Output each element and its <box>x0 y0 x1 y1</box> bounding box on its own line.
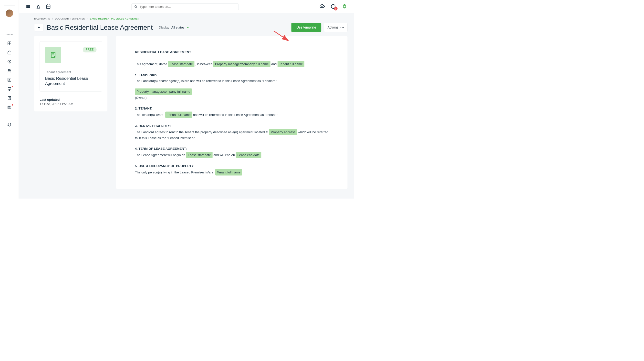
divider <box>4 5 15 5</box>
sec4-heading: 4. TERM OF LEASE AGREEMENT: <box>135 146 329 151</box>
template-subtitle: Tenant agreement <box>45 70 97 74</box>
free-badge: FREE <box>83 47 96 52</box>
svg-point-4 <box>8 69 10 71</box>
display-selector[interactable]: Display All states <box>159 26 189 29</box>
actions-button[interactable]: Actions <box>324 23 348 32</box>
breadcrumb-dashboard[interactable]: DASHBOARD <box>34 17 50 20</box>
calendar-button[interactable] <box>46 4 51 9</box>
arrow-left-icon <box>37 26 40 29</box>
sign-icon <box>7 87 12 91</box>
doc-title: RESIDENTIAL LEASE AGREEMENT <box>135 49 329 55</box>
placeholder-lease-start-2[interactable]: Lease start date <box>186 152 213 158</box>
svg-rect-22 <box>8 125 8 126</box>
alarm-icon <box>36 4 41 9</box>
main-area: 3 DASHBOARD / DOCUMENT TEMPLATES / BASIC… <box>19 0 354 199</box>
topbar: 3 <box>19 0 354 13</box>
header-actions: Use template Actions <box>291 23 348 32</box>
search-icon <box>134 5 138 8</box>
topbar-left <box>26 4 51 9</box>
breadcrumb-templates[interactable]: DOCUMENT TEMPLATES <box>55 17 85 20</box>
actions-label: Actions <box>327 26 338 29</box>
search-box[interactable] <box>131 3 239 10</box>
page-title: Basic Residential Lease Agreement <box>47 24 152 31</box>
notification-dot <box>12 86 13 88</box>
svg-point-5 <box>10 70 11 71</box>
placeholder-tenant-name-3[interactable]: Tenant full name <box>215 169 242 176</box>
chart-icon <box>7 77 12 82</box>
download-button[interactable] <box>319 3 325 10</box>
gear-icon <box>342 3 348 9</box>
svg-point-36 <box>344 5 345 7</box>
sec2-heading: 2. TENANT: <box>135 106 329 111</box>
sidebar-item-analytics[interactable] <box>0 75 18 84</box>
divider <box>4 21 15 21</box>
doc-intro: This agreement, dated Lease start date ,… <box>135 61 329 67</box>
breadcrumb: DASHBOARD / DOCUMENT TEMPLATES / BASIC R… <box>34 13 348 23</box>
document-icon <box>50 51 57 58</box>
divider <box>4 116 15 116</box>
alarm-button[interactable] <box>36 4 41 9</box>
people-icon <box>7 68 12 73</box>
content-area: DASHBOARD / DOCUMENT TEMPLATES / BASIC R… <box>19 13 354 199</box>
menu-icon <box>26 4 31 9</box>
search-input[interactable] <box>140 5 236 8</box>
sec1-owner: (Owner) <box>135 95 329 100</box>
sidebar-item-finance[interactable] <box>0 57 18 66</box>
placeholder-tenant-name-2[interactable]: Tenant full name <box>165 111 192 118</box>
home-icon <box>7 50 12 55</box>
breadcrumb-current: BASIC RESIDENTIAL LEASE AGREEMENT <box>90 17 141 20</box>
notification-dot <box>12 104 13 106</box>
display-label: Display <box>159 26 169 29</box>
menu-toggle-button[interactable] <box>26 4 31 9</box>
svg-point-33 <box>135 5 137 7</box>
svg-line-34 <box>136 7 137 8</box>
svg-rect-29 <box>47 5 50 8</box>
calendar-icon <box>46 4 51 9</box>
chevron-down-icon <box>186 26 190 29</box>
sec1-heading: 1. LANDLORD: <box>135 72 329 78</box>
template-title: Basic Residential Lease Agreement <box>45 76 97 86</box>
news-icon <box>7 105 12 109</box>
placeholder-property-manager[interactable]: Property manager/company full name <box>213 61 270 67</box>
template-card-panel: FREE Tenant agreement Basic Residential … <box>34 36 108 111</box>
content-body: FREE Tenant agreement Basic Residential … <box>34 36 348 189</box>
sidebar-item-home[interactable] <box>0 48 18 57</box>
sidebar-item-news[interactable] <box>0 103 18 112</box>
use-template-button[interactable]: Use template <box>291 23 321 32</box>
avatar[interactable] <box>6 9 13 17</box>
topbar-right: 3 <box>319 3 348 10</box>
placeholder-tenant-name[interactable]: Tenant full name <box>278 61 304 67</box>
headset-icon <box>7 122 12 127</box>
sec1-text: The Landlord(s) and/or agent(s) is/are a… <box>135 78 329 84</box>
sidebar-item-dashboard[interactable] <box>0 39 18 48</box>
sidebar-item-documents[interactable] <box>0 93 18 102</box>
svg-rect-10 <box>8 88 11 89</box>
page-header: Basic Residential Lease Agreement Displa… <box>34 23 348 32</box>
sidebar: MENU <box>0 0 19 199</box>
sidebar-menu-label: MENU <box>6 33 13 36</box>
svg-rect-23 <box>10 125 11 126</box>
last-updated-value: 17 Dec, 2017 11:51 AM <box>40 102 102 106</box>
breadcrumb-sep: / <box>87 17 88 20</box>
svg-rect-18 <box>8 106 10 107</box>
placeholder-lease-start[interactable]: Lease start date <box>168 61 194 67</box>
chat-button[interactable]: 3 <box>330 3 336 10</box>
placeholder-property-address[interactable]: Property address <box>269 129 297 135</box>
sec5-heading: 5. USE & OCCUPANCY OF PROPERTY: <box>135 163 329 169</box>
display-value: All states <box>172 26 184 29</box>
more-icon <box>340 27 344 28</box>
placeholder-property-manager-2[interactable]: Property manager/company full name <box>135 88 192 95</box>
back-button[interactable] <box>34 24 43 31</box>
sidebar-item-signage[interactable] <box>0 84 18 93</box>
placeholder-lease-end[interactable]: Lease end date <box>236 152 261 158</box>
document-panel: RESIDENTIAL LEASE AGREEMENT This agreeme… <box>116 36 348 189</box>
chat-badge: 3 <box>334 7 338 10</box>
sidebar-item-support[interactable] <box>0 120 18 129</box>
sidebar-item-people[interactable] <box>0 66 18 75</box>
settings-button[interactable] <box>342 3 348 10</box>
breadcrumb-sep: / <box>52 17 53 20</box>
grid-icon <box>7 41 12 46</box>
last-updated-label: Last updated <box>40 98 102 101</box>
doc-icon-box <box>45 47 61 63</box>
template-card-top: FREE <box>45 47 97 63</box>
